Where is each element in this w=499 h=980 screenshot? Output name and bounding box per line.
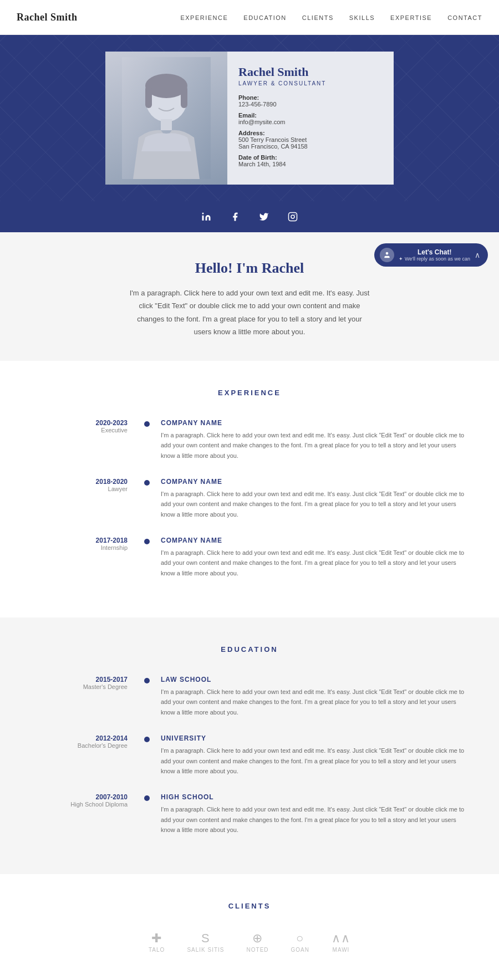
timeline-dot-icon [144,421,150,427]
timeline-dot-icon [144,678,150,683]
timeline-row: 2015-2017 Master's Degree LAW SCHOOL I'm… [33,676,466,718]
timeline-right: LAW SCHOOL I'm a paragraph. Click here t… [150,676,466,718]
svg-rect-3 [145,86,152,108]
client-logo-symbol-icon: ⊕ [252,932,263,945]
svg-point-6 [202,213,204,215]
client-logo-item: ○ Goan [291,932,309,953]
svg-rect-4 [181,86,187,108]
timeline-role: Executive [33,427,128,433]
timeline-row: 2018-2020 Lawyer COMPANY NAME I'm a para… [33,478,466,520]
nav-link-skills[interactable]: SKILLS [349,14,375,21]
clients-section: CLIENTS ✚ Talo S Salik Sitis ⊕ Noted ○ G… [0,874,499,980]
timeline-company: COMPANY NAME [161,478,466,486]
timeline-desc: I'm a paragraph. Click here to add your … [161,687,466,718]
chat-sub-text: ✦ We'll reply as soon as we can [399,256,470,262]
hero-card: Rachel Smith LAWYER & CONSULTANT Phone: … [105,52,394,185]
nav-link-clients[interactable]: CLIENTS [302,14,334,21]
svg-point-9 [294,214,296,215]
about-text: I'm a paragraph. Click here to add your … [128,287,371,339]
chat-avatar-icon [380,248,394,262]
client-logo-name: Goan [291,947,309,953]
linkedin-icon[interactable] [198,209,214,224]
education-section-title: EDUCATION [33,645,466,654]
timeline-company: COMPANY NAME [161,419,466,427]
nav-links: EXPERIENCEEDUCATIONCLIENTSSKILLSEXPERTIS… [180,12,482,22]
timeline-left: 2007-2010 High School Diploma [33,793,144,808]
timeline-years: 2017-2018 [33,537,128,544]
email-label: Email: [238,112,383,119]
client-logo-item: ∧∧ Mawi [332,932,350,953]
timeline-years: 2007-2010 [33,793,128,801]
phone-label: Phone: [238,94,383,101]
twitter-icon[interactable] [256,209,272,224]
timeline-row: 2017-2018 Internship COMPANY NAME I'm a … [33,537,466,579]
client-logo-item: S Salik Sitis [187,932,224,953]
client-logo-item: ⊕ Noted [247,932,269,953]
nav-link-experience[interactable]: EXPERIENCE [180,14,228,21]
timeline-role: Lawyer [33,486,128,492]
client-logo-item: ✚ Talo [149,932,165,953]
photo-placeholder [105,52,227,185]
phone-value: 123-456-7890 [238,101,383,108]
timeline-company: COMPANY NAME [161,537,466,544]
timeline-right: HIGH SCHOOL I'm a paragraph. Click here … [150,793,466,835]
timeline-desc: I'm a paragraph. Click here to add your … [161,746,466,777]
client-logo-name: Mawi [333,947,350,953]
clients-section-title: CLIENTS [33,902,466,910]
timeline-years: 2018-2020 [33,478,128,486]
experience-section-title: EXPERIENCE [33,389,466,397]
timeline-desc: I'm a paragraph. Click here to add your … [161,489,466,520]
timeline-desc: I'm a paragraph. Click here to add your … [161,804,466,835]
timeline-row: 2012-2014 Bachelor's Degree UNIVERSITY I… [33,734,466,777]
address-line2: San Francisco, CA 94158 [238,143,383,150]
dob-label: Date of Birth: [238,154,383,161]
timeline-row: 2020-2023 Executive COMPANY NAME I'm a p… [33,419,466,461]
education-section: EDUCATION 2015-2017 Master's Degree LAW … [0,617,499,874]
timeline-right: COMPANY NAME I'm a paragraph. Click here… [150,537,466,579]
timeline-right: COMPANY NAME I'm a paragraph. Click here… [150,478,466,520]
timeline-role: Master's Degree [33,683,128,690]
timeline-left: 2012-2014 Bachelor's Degree [33,734,144,749]
timeline-years: 2012-2014 [33,734,128,742]
instagram-icon[interactable] [285,209,301,224]
timeline-row: 2007-2010 High School Diploma HIGH SCHOO… [33,793,466,835]
client-logo-symbol-icon: ○ [296,932,304,945]
nav-link-education[interactable]: EDUCATION [243,14,286,21]
timeline-company: UNIVERSITY [161,734,466,742]
timeline-left: 2015-2017 Master's Degree [33,676,144,690]
timeline-years: 2015-2017 [33,676,128,683]
timeline-desc: I'm a paragraph. Click here to add your … [161,548,466,579]
timeline-left: 2020-2023 Executive [33,419,144,433]
nav-link-expertise[interactable]: EXPERTISE [390,14,432,21]
timeline-role: Bachelor's Degree [33,742,128,749]
timeline-years: 2020-2023 [33,419,128,427]
timeline-dot-icon [144,737,150,742]
about-section: Let's Chat! ✦ We'll reply as soon as we … [0,232,499,361]
client-logo-symbol-icon: ✚ [151,932,162,945]
chat-widget[interactable]: Let's Chat! ✦ We'll reply as soon as we … [374,243,488,267]
nav-link-contact[interactable]: CONTACT [447,14,482,21]
timeline-left: 2018-2020 Lawyer [33,478,144,492]
timeline-dot-icon [144,480,150,486]
timeline-role: Internship [33,544,128,551]
address-label: Address: [238,130,383,136]
address-line1: 500 Terry Francois Street [238,136,383,143]
chat-close-button[interactable]: ∧ [475,251,480,259]
site-logo[interactable]: Rachel Smith [17,12,78,23]
chat-text: Let's Chat! ✦ We'll reply as soon as we … [399,248,470,262]
navbar: Rachel Smith EXPERIENCEEDUCATIONCLIENTSS… [0,0,499,35]
client-logo-symbol-icon: S [201,932,210,945]
dob-value: March 14th, 1984 [238,161,383,167]
hero-section: Rachel Smith LAWYER & CONSULTANT Phone: … [0,35,499,201]
timeline-desc: I'm a paragraph. Click here to add your … [161,430,466,461]
svg-point-10 [386,252,389,255]
email-value: info@mysite.com [238,119,383,125]
facebook-icon[interactable] [227,209,243,224]
timeline-left: 2017-2018 Internship [33,537,144,551]
education-timeline: 2015-2017 Master's Degree LAW SCHOOL I'm… [33,676,466,852]
timeline-right: UNIVERSITY I'm a paragraph. Click here t… [150,734,466,777]
timeline-role: High School Diploma [33,801,128,808]
client-logo-name: Salik Sitis [187,947,224,953]
svg-point-8 [291,215,294,218]
experience-timeline: 2020-2023 Executive COMPANY NAME I'm a p… [33,419,466,595]
